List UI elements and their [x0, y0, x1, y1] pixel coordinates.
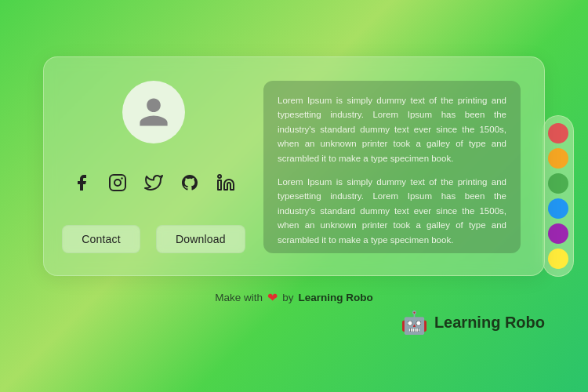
palette-dot-yellow[interactable] [548, 249, 568, 269]
left-section: Contact Download [67, 81, 240, 253]
twitter-icon[interactable] [143, 172, 165, 194]
facebook-icon[interactable] [71, 172, 93, 194]
palette-dot-red[interactable] [548, 123, 568, 143]
github-icon[interactable] [179, 172, 201, 194]
social-icons-row [71, 172, 237, 194]
footer-logo-row: 🤖 Learning Robo [43, 310, 545, 336]
heart-icon: ❤ [267, 290, 278, 305]
action-buttons: Contact Download [62, 225, 245, 253]
palette-dot-blue[interactable] [548, 198, 568, 219]
bio-text-section: Lorem Ipsum is simply dummy text of the … [263, 81, 521, 253]
instagram-icon[interactable] [107, 172, 129, 194]
contact-button[interactable]: Contact [62, 225, 140, 253]
profile-card: Contact Download Lorem Ipsum is simply d… [43, 56, 545, 276]
svg-point-2 [121, 177, 122, 179]
footer-logo-text: Learning Robo [434, 314, 545, 332]
svg-point-3 [218, 175, 221, 178]
avatar [122, 81, 185, 143]
palette-dot-orange[interactable] [548, 148, 568, 169]
bio-paragraph-2: Lorem Ipsum is simply dummy text of the … [278, 175, 506, 247]
robot-icon: 🤖 [401, 310, 428, 336]
make-with-label: Make with [215, 292, 263, 303]
linkedin-icon[interactable] [215, 172, 237, 194]
by-label: by [282, 292, 293, 303]
footer-tagline: Make with ❤ by Learning Robo [215, 290, 372, 305]
palette-dot-purple[interactable] [548, 223, 568, 244]
palette-dot-green[interactable] [548, 173, 568, 194]
svg-rect-0 [110, 175, 125, 191]
svg-point-1 [114, 180, 121, 186]
footer-brand-name: Learning Robo [298, 292, 372, 303]
bio-paragraph-1: Lorem Ipsum is simply dummy text of the … [278, 93, 506, 165]
color-palette-sidebar [543, 115, 574, 277]
download-button[interactable]: Download [156, 225, 245, 253]
